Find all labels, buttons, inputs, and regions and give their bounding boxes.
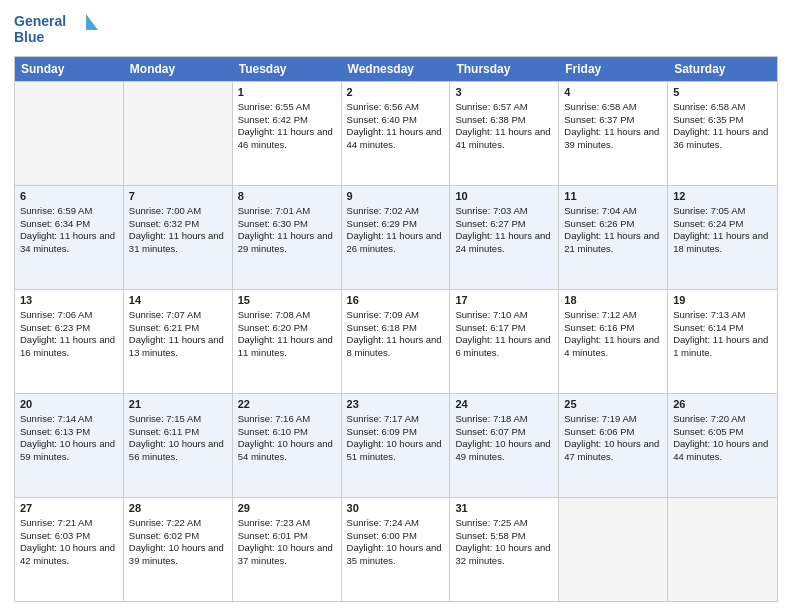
- sunrise-text: Sunrise: 6:55 AM: [238, 101, 310, 112]
- day-cell-7: 7Sunrise: 7:00 AMSunset: 6:32 PMDaylight…: [124, 186, 233, 289]
- sunset-text: Sunset: 6:03 PM: [20, 530, 90, 541]
- daylight-text: Daylight: 11 hours and 8 minutes.: [347, 334, 442, 358]
- empty-cell: [15, 82, 124, 185]
- svg-text:General: General: [14, 13, 66, 29]
- header-day-tuesday: Tuesday: [233, 57, 342, 81]
- daylight-text: Daylight: 10 hours and 35 minutes.: [347, 542, 442, 566]
- sunset-text: Sunset: 6:37 PM: [564, 114, 634, 125]
- day-number: 8: [238, 189, 336, 204]
- calendar: SundayMondayTuesdayWednesdayThursdayFrid…: [14, 56, 778, 602]
- day-cell-13: 13Sunrise: 7:06 AMSunset: 6:23 PMDayligh…: [15, 290, 124, 393]
- day-number: 7: [129, 189, 227, 204]
- calendar-body: 1Sunrise: 6:55 AMSunset: 6:42 PMDaylight…: [15, 81, 777, 601]
- day-cell-31: 31Sunrise: 7:25 AMSunset: 5:58 PMDayligh…: [450, 498, 559, 601]
- day-number: 24: [455, 397, 553, 412]
- day-number: 5: [673, 85, 772, 100]
- sunrise-text: Sunrise: 7:23 AM: [238, 517, 310, 528]
- daylight-text: Daylight: 11 hours and 26 minutes.: [347, 230, 442, 254]
- sunrise-text: Sunrise: 7:18 AM: [455, 413, 527, 424]
- daylight-text: Daylight: 10 hours and 37 minutes.: [238, 542, 333, 566]
- daylight-text: Daylight: 11 hours and 34 minutes.: [20, 230, 115, 254]
- empty-cell: [559, 498, 668, 601]
- daylight-text: Daylight: 11 hours and 21 minutes.: [564, 230, 659, 254]
- sunset-text: Sunset: 6:27 PM: [455, 218, 525, 229]
- sunset-text: Sunset: 6:34 PM: [20, 218, 90, 229]
- header-day-sunday: Sunday: [15, 57, 124, 81]
- day-number: 27: [20, 501, 118, 516]
- sunrise-text: Sunrise: 7:04 AM: [564, 205, 636, 216]
- day-cell-9: 9Sunrise: 7:02 AMSunset: 6:29 PMDaylight…: [342, 186, 451, 289]
- sunrise-text: Sunrise: 6:57 AM: [455, 101, 527, 112]
- daylight-text: Daylight: 11 hours and 36 minutes.: [673, 126, 768, 150]
- sunrise-text: Sunrise: 6:59 AM: [20, 205, 92, 216]
- sunset-text: Sunset: 6:06 PM: [564, 426, 634, 437]
- daylight-text: Daylight: 11 hours and 16 minutes.: [20, 334, 115, 358]
- sunrise-text: Sunrise: 7:00 AM: [129, 205, 201, 216]
- sunrise-text: Sunrise: 7:02 AM: [347, 205, 419, 216]
- daylight-text: Daylight: 11 hours and 18 minutes.: [673, 230, 768, 254]
- daylight-text: Daylight: 11 hours and 6 minutes.: [455, 334, 550, 358]
- sunset-text: Sunset: 6:35 PM: [673, 114, 743, 125]
- day-cell-28: 28Sunrise: 7:22 AMSunset: 6:02 PMDayligh…: [124, 498, 233, 601]
- sunset-text: Sunset: 6:14 PM: [673, 322, 743, 333]
- sunset-text: Sunset: 6:40 PM: [347, 114, 417, 125]
- day-number: 12: [673, 189, 772, 204]
- sunrise-text: Sunrise: 7:13 AM: [673, 309, 745, 320]
- day-number: 28: [129, 501, 227, 516]
- day-number: 16: [347, 293, 445, 308]
- daylight-text: Daylight: 11 hours and 31 minutes.: [129, 230, 224, 254]
- day-number: 15: [238, 293, 336, 308]
- sunset-text: Sunset: 6:17 PM: [455, 322, 525, 333]
- sunset-text: Sunset: 6:29 PM: [347, 218, 417, 229]
- day-number: 26: [673, 397, 772, 412]
- sunrise-text: Sunrise: 7:07 AM: [129, 309, 201, 320]
- day-cell-10: 10Sunrise: 7:03 AMSunset: 6:27 PMDayligh…: [450, 186, 559, 289]
- day-cell-15: 15Sunrise: 7:08 AMSunset: 6:20 PMDayligh…: [233, 290, 342, 393]
- day-number: 11: [564, 189, 662, 204]
- page: General Blue SundayMondayTuesdayWednesda…: [0, 0, 792, 612]
- sunrise-text: Sunrise: 7:24 AM: [347, 517, 419, 528]
- sunset-text: Sunset: 6:13 PM: [20, 426, 90, 437]
- daylight-text: Daylight: 11 hours and 46 minutes.: [238, 126, 333, 150]
- day-number: 3: [455, 85, 553, 100]
- sunset-text: Sunset: 6:10 PM: [238, 426, 308, 437]
- day-number: 21: [129, 397, 227, 412]
- day-number: 23: [347, 397, 445, 412]
- sunset-text: Sunset: 6:38 PM: [455, 114, 525, 125]
- header-day-monday: Monday: [124, 57, 233, 81]
- empty-cell: [124, 82, 233, 185]
- day-cell-1: 1Sunrise: 6:55 AMSunset: 6:42 PMDaylight…: [233, 82, 342, 185]
- day-cell-18: 18Sunrise: 7:12 AMSunset: 6:16 PMDayligh…: [559, 290, 668, 393]
- day-number: 19: [673, 293, 772, 308]
- header-day-thursday: Thursday: [450, 57, 559, 81]
- sunrise-text: Sunrise: 7:09 AM: [347, 309, 419, 320]
- day-number: 1: [238, 85, 336, 100]
- day-cell-8: 8Sunrise: 7:01 AMSunset: 6:30 PMDaylight…: [233, 186, 342, 289]
- day-cell-30: 30Sunrise: 7:24 AMSunset: 6:00 PMDayligh…: [342, 498, 451, 601]
- day-number: 25: [564, 397, 662, 412]
- day-number: 29: [238, 501, 336, 516]
- svg-marker-2: [86, 14, 98, 30]
- sunset-text: Sunset: 6:07 PM: [455, 426, 525, 437]
- day-cell-3: 3Sunrise: 6:57 AMSunset: 6:38 PMDaylight…: [450, 82, 559, 185]
- day-cell-22: 22Sunrise: 7:16 AMSunset: 6:10 PMDayligh…: [233, 394, 342, 497]
- day-number: 31: [455, 501, 553, 516]
- calendar-week-3: 13Sunrise: 7:06 AMSunset: 6:23 PMDayligh…: [15, 289, 777, 393]
- sunset-text: Sunset: 6:00 PM: [347, 530, 417, 541]
- sunrise-text: Sunrise: 7:12 AM: [564, 309, 636, 320]
- sunrise-text: Sunrise: 6:58 AM: [564, 101, 636, 112]
- day-number: 30: [347, 501, 445, 516]
- header-day-saturday: Saturday: [668, 57, 777, 81]
- sunset-text: Sunset: 6:11 PM: [129, 426, 199, 437]
- day-number: 2: [347, 85, 445, 100]
- day-number: 14: [129, 293, 227, 308]
- sunrise-text: Sunrise: 7:16 AM: [238, 413, 310, 424]
- daylight-text: Daylight: 11 hours and 11 minutes.: [238, 334, 333, 358]
- header-day-wednesday: Wednesday: [342, 57, 451, 81]
- day-number: 20: [20, 397, 118, 412]
- sunrise-text: Sunrise: 7:15 AM: [129, 413, 201, 424]
- day-cell-11: 11Sunrise: 7:04 AMSunset: 6:26 PMDayligh…: [559, 186, 668, 289]
- daylight-text: Daylight: 10 hours and 32 minutes.: [455, 542, 550, 566]
- daylight-text: Daylight: 10 hours and 54 minutes.: [238, 438, 333, 462]
- daylight-text: Daylight: 10 hours and 47 minutes.: [564, 438, 659, 462]
